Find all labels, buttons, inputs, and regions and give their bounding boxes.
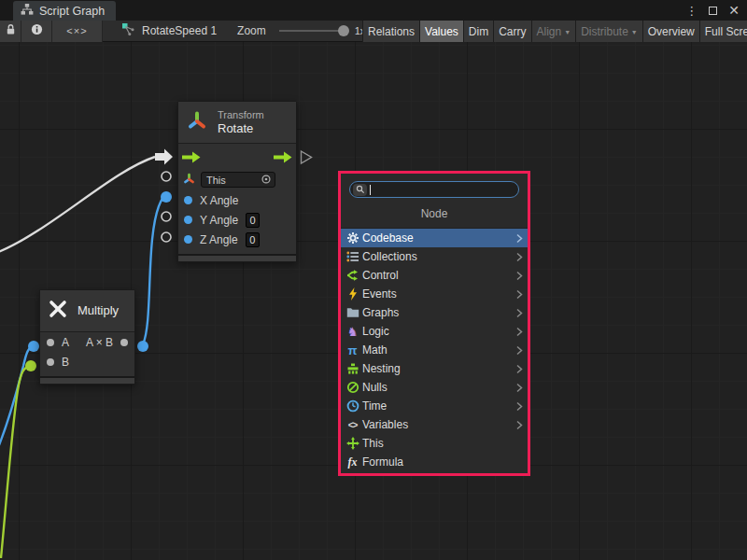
info-button[interactable] — [21, 21, 52, 42]
tab-script-graph[interactable]: Script Graph — [13, 1, 116, 21]
port-row-b[interactable]: B — [40, 352, 134, 371]
menu-item-label: Logic — [362, 325, 516, 338]
tab-bar: Script Graph ⋮ ✕ — [0, 0, 747, 21]
multiply-icon — [48, 299, 68, 323]
toolbar-button-dim[interactable]: Dim — [464, 21, 494, 42]
info-icon — [31, 22, 43, 39]
toolbar-button-carry[interactable]: Carry — [494, 21, 531, 42]
node-header[interactable]: Transform Rotate — [178, 102, 296, 143]
search-input[interactable] — [349, 181, 519, 198]
port-row-yangle[interactable]: Y Angle 0 — [178, 210, 296, 230]
popup-header: Node — [341, 201, 528, 228]
menu-item-label: Events — [362, 287, 516, 301]
yangle-port[interactable] — [184, 216, 192, 224]
menu-item-nulls[interactable]: Nulls — [341, 378, 528, 397]
menu-item-collections[interactable]: Collections — [341, 247, 528, 266]
code-preview-button[interactable]: <×> — [52, 21, 103, 42]
menu-item-math[interactable]: πMath — [341, 341, 528, 359]
port-label: X Angle — [200, 194, 238, 207]
chevron-right-icon — [516, 420, 523, 430]
xangle-port[interactable] — [184, 196, 192, 204]
breadcrumb[interactable]: RotateSpeed 1 — [121, 22, 217, 39]
b-port[interactable] — [47, 358, 54, 366]
menu-item-graphs[interactable]: Graphs — [341, 303, 528, 322]
zangle-port[interactable] — [184, 235, 192, 244]
this-field[interactable]: This — [201, 172, 275, 188]
menu-item-variables[interactable]: <>Variables — [341, 415, 528, 434]
node-category: Transform — [218, 108, 264, 121]
yangle-port-circle[interactable] — [162, 212, 171, 221]
menu-item-label: Graphs — [362, 306, 516, 319]
axb-port[interactable] — [120, 339, 128, 346]
control-output-unconnected-port[interactable] — [302, 151, 312, 163]
axb-wire-endpoint[interactable] — [137, 341, 148, 352]
toolbar-button-fullscreen[interactable]: Full Screen — [700, 21, 747, 42]
gear-icon — [345, 231, 360, 245]
graph-toolbar: <×> RotateSpeed 1 Zoom 1x RelationsValue… — [0, 21, 747, 42]
transform-rotate-node[interactable]: Transform Rotate This X Angle Y Angle 0 — [177, 101, 297, 262]
output-label: A × B — [86, 336, 113, 349]
maximize-icon[interactable] — [709, 7, 717, 15]
control-output-port[interactable] — [274, 150, 292, 167]
chevron-right-icon — [516, 289, 523, 300]
kebab-menu-icon[interactable]: ⋮ — [685, 4, 698, 18]
clock-icon — [345, 399, 360, 413]
object-picker-icon[interactable] — [261, 174, 272, 187]
toolbar-button-label: Distribute — [581, 25, 628, 38]
xangle-wire-endpoint[interactable] — [161, 191, 172, 203]
menu-item-control[interactable]: Control — [341, 266, 528, 285]
toolbar-button-overview[interactable]: Overview — [643, 21, 700, 42]
menu-item-label: Collections — [362, 250, 516, 263]
zangle-value-field[interactable]: 0 — [246, 232, 260, 247]
toolbar-button-align: Align▼ — [532, 21, 577, 42]
port-label: Z Angle — [200, 233, 238, 246]
menu-item-this[interactable]: This — [341, 434, 528, 453]
port-row-xangle[interactable]: X Angle — [178, 190, 296, 210]
menu-item-label: Nesting — [362, 362, 516, 375]
control-wire — [0, 157, 155, 253]
tab-title: Script Graph — [39, 5, 105, 18]
menu-item-formula[interactable]: fxFormula — [341, 453, 528, 471]
menu-item-time[interactable]: Time — [341, 397, 528, 415]
close-icon[interactable]: ✕ — [728, 4, 740, 17]
zangle-port-circle[interactable] — [162, 232, 171, 242]
this-port-circle[interactable] — [162, 172, 171, 181]
chevron-right-icon — [516, 383, 523, 393]
chevron-right-icon — [516, 327, 523, 337]
node-header[interactable]: Multiply — [40, 290, 134, 331]
knight-icon: ♞ — [345, 325, 360, 339]
menu-item-logic[interactable]: ♞Logic — [341, 322, 528, 341]
chevron-right-icon — [516, 308, 523, 318]
toolbar-button-relations[interactable]: Relations — [363, 21, 420, 42]
menu-item-events[interactable]: Events — [341, 285, 528, 303]
lightning-icon — [345, 287, 360, 301]
b-wire-endpoint[interactable] — [25, 360, 36, 371]
toolbar-button-distribute: Distribute▼ — [576, 21, 643, 42]
graph-node-icon — [121, 22, 135, 39]
port-row-zangle[interactable]: Z Angle 0 — [178, 230, 296, 249]
toolbar-button-values[interactable]: Values — [420, 21, 464, 42]
chevron-right-icon — [516, 401, 523, 412]
graph-canvas[interactable]: Transform Rotate This X Angle Y Angle 0 — [0, 42, 747, 560]
lock-button[interactable] — [0, 21, 21, 42]
menu-item-codebase[interactable]: Codebase — [341, 229, 528, 247]
a-wire-endpoint[interactable] — [28, 341, 39, 352]
port-row-a[interactable]: A A × B — [40, 332, 134, 352]
code-preview-icon: <×> — [66, 25, 87, 36]
multiply-node[interactable]: Multiply A A × B B — [39, 289, 135, 385]
chevron-right-icon — [516, 233, 523, 244]
toolbar-button-label: Carry — [499, 25, 526, 38]
zoom-slider-handle[interactable] — [338, 25, 349, 36]
a-port[interactable] — [47, 339, 54, 346]
chevron-right-icon — [516, 345, 523, 356]
control-wire-arrow — [155, 149, 173, 165]
control-input-port[interactable] — [182, 150, 201, 167]
script-graph-icon — [21, 3, 34, 19]
menu-item-nesting[interactable]: Nesting — [341, 359, 528, 378]
yangle-value-field[interactable]: 0 — [246, 213, 260, 228]
menu-item-label: Math — [362, 343, 516, 357]
transform-gizmo-icon — [186, 109, 208, 135]
menu-item-label: This — [362, 437, 523, 450]
port-label: B — [62, 356, 69, 369]
zoom-slider[interactable] — [279, 25, 348, 36]
